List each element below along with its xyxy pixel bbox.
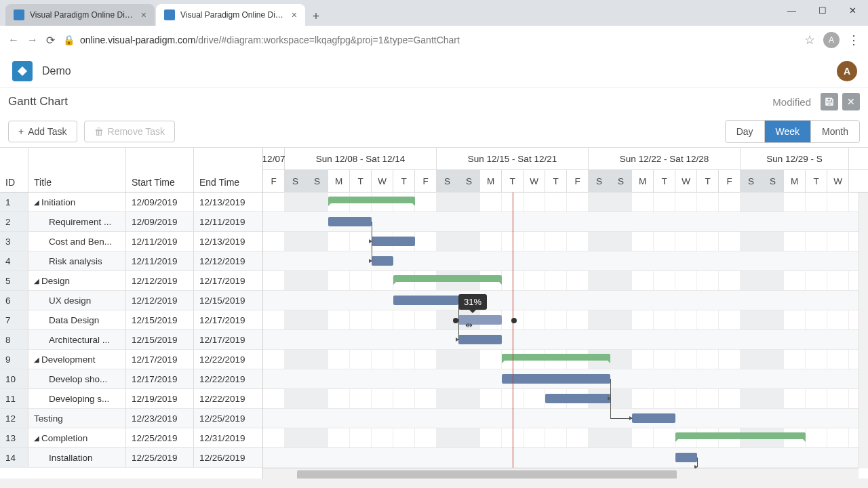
- timeline-row[interactable]: [263, 232, 868, 251]
- col-id[interactable]: ID: [0, 148, 28, 192]
- table-row[interactable]: 3Cost and Ben...12/11/201912/13/2019: [0, 232, 262, 251]
- cell-start[interactable]: 12/17/2019: [126, 350, 194, 369]
- cell-start[interactable]: 12/23/2019: [126, 409, 194, 428]
- table-row[interactable]: 5◢Design12/12/201912/17/2019: [0, 271, 262, 291]
- view-week-button[interactable]: Week: [765, 121, 812, 142]
- timeline-row[interactable]: [263, 330, 868, 350]
- cell-start[interactable]: 12/11/2019: [126, 232, 194, 251]
- col-start[interactable]: Start Time: [126, 148, 194, 192]
- cell-end[interactable]: 12/11/2019: [194, 212, 262, 231]
- cell-end[interactable]: 12/17/2019: [194, 330, 262, 349]
- table-row[interactable]: 6UX design12/12/201912/15/2019: [0, 291, 262, 310]
- table-row[interactable]: 14Installation12/25/201912/26/2019: [0, 448, 262, 468]
- table-row[interactable]: 10Develop sho...12/17/201912/22/2019: [0, 369, 262, 389]
- cell-start[interactable]: 12/09/2019: [126, 192, 194, 211]
- close-document-button[interactable]: ✕: [842, 93, 860, 110]
- browser-tab-active[interactable]: Visual Paradigm Online Diagram ×: [156, 4, 305, 26]
- cell-start[interactable]: 12/12/2019: [126, 291, 194, 310]
- close-icon[interactable]: ×: [141, 9, 146, 20]
- table-row[interactable]: 11Developing s...12/19/201912/22/2019: [0, 389, 262, 409]
- app-logo-icon[interactable]: [11, 60, 34, 83]
- save-button[interactable]: [821, 93, 838, 110]
- maximize-button[interactable]: ☐: [807, 0, 837, 20]
- cell-end[interactable]: 12/13/2019: [194, 232, 262, 251]
- cell-title[interactable]: Architectural ...: [28, 330, 126, 349]
- cell-end[interactable]: 12/15/2019: [194, 291, 262, 310]
- summary-bar[interactable]: [675, 432, 806, 439]
- cell-start[interactable]: 12/12/2019: [126, 271, 194, 290]
- col-end[interactable]: End Time: [194, 148, 262, 192]
- cell-title[interactable]: ◢Design: [28, 271, 126, 290]
- cell-end[interactable]: 12/17/2019: [194, 310, 262, 329]
- cell-title[interactable]: Developing s...: [28, 389, 126, 408]
- back-button[interactable]: ←: [8, 34, 19, 46]
- table-row[interactable]: 13◢Completion12/25/201912/31/2019: [0, 428, 262, 448]
- address-bar[interactable]: 🔒 online.visual-paradigm.com/drive/#diag…: [63, 35, 796, 45]
- cell-title[interactable]: Risk analysis: [28, 251, 126, 270]
- table-row[interactable]: 1◢Initiation12/09/201912/13/2019: [0, 192, 262, 212]
- cell-end[interactable]: 12/22/2019: [194, 389, 262, 408]
- timeline-row[interactable]: [263, 409, 868, 428]
- cell-end[interactable]: 12/17/2019: [194, 271, 262, 290]
- timeline-row[interactable]: [263, 251, 868, 271]
- cell-end[interactable]: 12/13/2019: [194, 192, 262, 211]
- more-icon[interactable]: ⋮: [848, 33, 860, 47]
- forward-button[interactable]: →: [27, 34, 38, 46]
- col-title[interactable]: Title: [28, 148, 126, 192]
- table-row[interactable]: 2Requirement ...12/09/201912/11/2019: [0, 212, 262, 232]
- cell-end[interactable]: 12/26/2019: [194, 448, 262, 467]
- cell-title[interactable]: Cost and Ben...: [28, 232, 126, 251]
- cell-title[interactable]: ◢Completion: [28, 428, 126, 447]
- cell-title[interactable]: ◢Initiation: [28, 192, 126, 211]
- cell-title[interactable]: ◢Development: [28, 350, 126, 369]
- table-row[interactable]: 8Architectural ...12/15/201912/17/2019: [0, 330, 262, 350]
- cell-start[interactable]: 12/19/2019: [126, 389, 194, 408]
- timeline-row[interactable]: [263, 271, 868, 291]
- cell-end[interactable]: 12/22/2019: [194, 350, 262, 369]
- cell-start[interactable]: 12/09/2019: [126, 212, 194, 231]
- task-bar[interactable]: [393, 296, 458, 305]
- cell-start[interactable]: 12/17/2019: [126, 369, 194, 388]
- drag-handle[interactable]: [453, 318, 458, 323]
- cell-start[interactable]: 12/15/2019: [126, 310, 194, 329]
- cell-title[interactable]: Data Design: [28, 310, 126, 329]
- profile-avatar[interactable]: A: [823, 32, 840, 48]
- view-month-button[interactable]: Month: [811, 121, 859, 142]
- table-row[interactable]: 9◢Development12/17/201912/22/2019: [0, 350, 262, 369]
- user-avatar[interactable]: A: [837, 61, 857, 81]
- close-window-button[interactable]: ✕: [837, 0, 868, 20]
- cell-start[interactable]: 12/15/2019: [126, 330, 194, 349]
- window-scrollbar[interactable]: [0, 479, 868, 488]
- close-icon[interactable]: ×: [292, 9, 297, 20]
- cell-title[interactable]: Develop sho...: [28, 369, 126, 388]
- task-bar[interactable]: [458, 335, 502, 344]
- view-day-button[interactable]: Day: [726, 121, 765, 142]
- task-bar[interactable]: [675, 453, 697, 462]
- new-tab-button[interactable]: +: [307, 7, 326, 26]
- cell-title[interactable]: Installation: [28, 448, 126, 467]
- cell-end[interactable]: 12/31/2019: [194, 428, 262, 447]
- cell-end[interactable]: 12/12/2019: [194, 251, 262, 270]
- task-bar[interactable]: [372, 256, 393, 266]
- bookmark-icon[interactable]: ☆: [804, 33, 815, 47]
- cell-start[interactable]: 12/11/2019: [126, 251, 194, 270]
- remove-task-button[interactable]: 🗑 Remove Task: [84, 121, 176, 142]
- cell-start[interactable]: 12/25/2019: [126, 448, 194, 467]
- reload-button[interactable]: ⟳: [46, 34, 55, 47]
- cell-title[interactable]: UX design: [28, 291, 126, 310]
- task-bar[interactable]: [502, 374, 610, 384]
- summary-bar[interactable]: [393, 275, 502, 282]
- summary-bar[interactable]: [328, 197, 415, 203]
- minimize-button[interactable]: —: [776, 0, 807, 20]
- drag-handle[interactable]: [511, 318, 517, 323]
- table-row[interactable]: 4Risk analysis12/11/201912/12/2019: [0, 251, 262, 271]
- task-bar[interactable]: [328, 217, 372, 226]
- cell-start[interactable]: 12/25/2019: [126, 428, 194, 447]
- task-bar[interactable]: [372, 237, 415, 246]
- task-bar[interactable]: [545, 394, 610, 403]
- cell-end[interactable]: 12/25/2019: [194, 409, 262, 428]
- vertical-scrollbar[interactable]: [859, 192, 868, 468]
- timeline-row[interactable]: [263, 310, 868, 330]
- timeline-row[interactable]: [263, 291, 868, 310]
- table-row[interactable]: 7Data Design12/15/201912/17/2019: [0, 310, 262, 330]
